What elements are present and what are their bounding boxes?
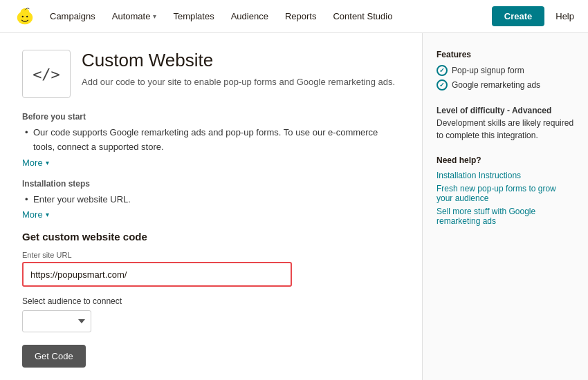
help-link-3[interactable]: Sell more stuff with Google remarketing … (437, 207, 574, 226)
help-section: Need help? Installation Instructions Fre… (437, 155, 574, 226)
audience-select[interactable] (22, 310, 91, 332)
installation-bullet: Enter your website URL. (22, 193, 400, 207)
code-icon-box: </> (22, 50, 71, 98)
installation-section: Installation steps Enter your website UR… (22, 179, 400, 220)
audience-select-wrapper (22, 310, 91, 332)
more-link-2[interactable]: More ▾ (22, 209, 49, 220)
right-sidebar: Features Pop-up signup form Google remar… (422, 33, 588, 380)
before-start-title: Before you start (22, 112, 400, 122)
form-section-title: Get custom website code (22, 231, 400, 243)
chevron-down-icon-2: ▾ (46, 211, 49, 218)
left-content: </> Custom Website Add our code to your … (0, 33, 422, 380)
create-button[interactable]: Create (492, 6, 544, 26)
check-icon-2 (437, 79, 448, 91)
difficulty-section: Level of difficulty - Advanced Developme… (437, 104, 574, 142)
get-code-section: Get custom website code Enter site URL S… (22, 231, 400, 368)
difficulty-desc: Development skills are likely required t… (437, 118, 573, 140)
page-subtitle: Add our code to your site to enable pop-… (82, 75, 395, 89)
svg-point-2 (22, 15, 24, 17)
nav-content-studio[interactable]: Content Studio (333, 11, 392, 21)
help-link-2[interactable]: Fresh new pop-up forms to grow your audi… (437, 184, 574, 203)
difficulty-title: Level of difficulty - Advanced (437, 106, 551, 115)
code-icon: </> (33, 66, 60, 83)
check-icon-1 (437, 65, 448, 76)
mailchimp-logo[interactable] (14, 6, 36, 28)
url-field-label: Enter site URL (22, 251, 400, 259)
features-title: Features (437, 50, 574, 59)
page-header-text: Custom Website Add our code to your site… (82, 50, 395, 89)
get-code-button[interactable]: Get Code (22, 345, 86, 368)
main-layout: </> Custom Website Add our code to your … (0, 33, 588, 380)
chevron-down-icon: ▾ (46, 159, 49, 167)
navbar-right: Create Help (492, 6, 574, 26)
automate-chevron-icon: ▾ (153, 12, 156, 20)
feature-item-1: Pop-up signup form (437, 65, 574, 76)
page-header: </> Custom Website Add our code to your … (22, 50, 400, 98)
help-link-1[interactable]: Installation Instructions (437, 171, 574, 180)
audience-label: Select audience to connect (22, 296, 400, 306)
url-input-wrapper (22, 262, 292, 287)
difficulty-text: Level of difficulty - Advanced Developme… (437, 104, 574, 142)
before-start-bullet: Our code supports Google remarketing ads… (22, 126, 400, 155)
more-link-1[interactable]: More ▾ (22, 158, 49, 168)
features-section: Features Pop-up signup form Google remar… (437, 50, 574, 91)
nav-automate[interactable]: Automate ▾ (112, 11, 157, 21)
nav-reports[interactable]: Reports (285, 11, 317, 21)
svg-point-3 (26, 15, 28, 17)
feature-item-2: Google remarketing ads (437, 79, 574, 91)
svg-point-5 (28, 13, 32, 17)
help-title: Need help? (437, 155, 574, 165)
help-link[interactable]: Help (555, 11, 574, 21)
feature-label-2: Google remarketing ads (452, 80, 540, 90)
nav-links: Campaigns Automate ▾ Templates Audience … (50, 11, 492, 21)
url-input[interactable] (22, 262, 292, 287)
nav-audience[interactable]: Audience (231, 11, 268, 21)
page-title: Custom Website (82, 50, 395, 71)
before-you-start-section: Before you start Our code supports Googl… (22, 112, 400, 168)
feature-label-1: Pop-up signup form (452, 66, 524, 75)
nav-templates[interactable]: Templates (173, 11, 214, 21)
nav-campaigns[interactable]: Campaigns (50, 11, 95, 21)
navbar: Campaigns Automate ▾ Templates Audience … (0, 0, 588, 33)
installation-title: Installation steps (22, 179, 400, 189)
